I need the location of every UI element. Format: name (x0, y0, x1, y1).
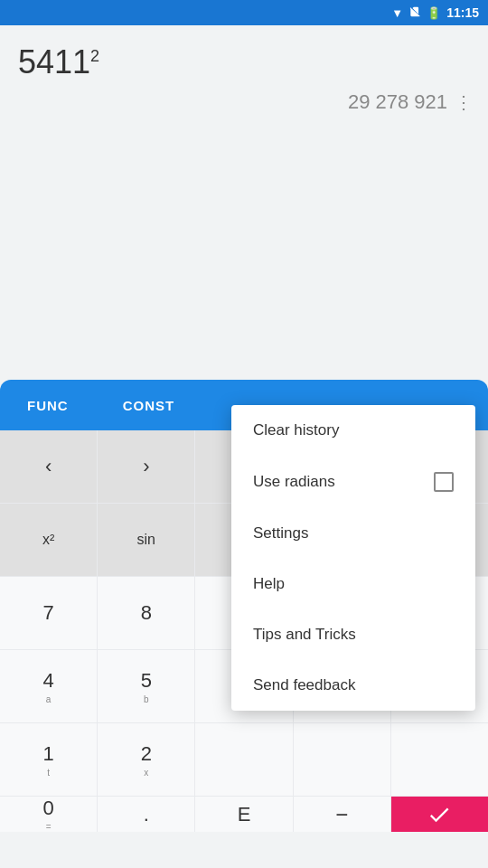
btn-equals[interactable] (391, 797, 488, 832)
menu-send-feedback-label: Send feedback (253, 676, 355, 694)
btn-minus[interactable]: − (294, 797, 390, 832)
sim-off-icon (408, 5, 421, 21)
btn-5[interactable]: 5 b (98, 650, 194, 722)
btn-7[interactable]: 7 (0, 577, 97, 649)
menu-send-feedback[interactable]: Send feedback (231, 660, 475, 711)
expression-value: 5411 (18, 43, 90, 80)
more-options-button[interactable]: ⋮ (455, 91, 474, 113)
btn-0[interactable]: 0 = (0, 797, 97, 832)
sin-btn[interactable]: sin (98, 504, 194, 576)
tab-func[interactable]: FUNC (0, 380, 96, 430)
expression-area: 54112 (0, 25, 488, 86)
use-radians-checkbox[interactable] (434, 472, 454, 492)
menu-settings-label: Settings (253, 524, 308, 542)
menu-clear-history-label: Clear history (253, 421, 339, 439)
menu-use-radians[interactable]: Use radians (231, 456, 475, 508)
exponent-value: 2 (90, 47, 99, 65)
wifi-icon: ▼ (391, 6, 403, 20)
btn-e[interactable]: E (195, 797, 292, 832)
dropdown-menu: Clear history Use radians Settings Help … (231, 405, 475, 711)
tab-const[interactable]: CONST (96, 380, 202, 430)
expression-input: 54112 (18, 43, 470, 81)
forward-btn[interactable]: › (98, 430, 194, 503)
menu-help-label: Help (253, 575, 285, 593)
x2-btn[interactable]: x² (0, 504, 97, 576)
menu-settings[interactable]: Settings (231, 508, 475, 559)
status-bar: ▼ 🔋 11:15 (0, 0, 488, 25)
btn-8[interactable]: 8 (98, 577, 194, 649)
menu-use-radians-label: Use radians (253, 473, 335, 491)
status-time: 11:15 (446, 5, 479, 20)
menu-tips-tricks-label: Tips and Tricks (253, 626, 356, 644)
empty-13 (195, 723, 292, 796)
back-btn[interactable]: ‹ (0, 430, 97, 503)
battery-icon: 🔋 (427, 6, 441, 20)
empty-14 (294, 723, 390, 796)
btn-4[interactable]: 4 a (0, 650, 97, 722)
menu-help[interactable]: Help (231, 559, 475, 609)
empty-15 (391, 723, 488, 796)
btn-dot[interactable]: . (98, 797, 194, 832)
menu-tips-tricks[interactable]: Tips and Tricks (231, 609, 475, 660)
calculator-display: 54112 29 278 921 ⋮ (0, 25, 488, 405)
result-value: 29 278 921 (348, 90, 447, 114)
menu-clear-history[interactable]: Clear history (231, 405, 475, 456)
result-row: 29 278 921 ⋮ (0, 86, 488, 114)
btn-1[interactable]: 1 t (0, 723, 97, 796)
btn-2[interactable]: 2 x (98, 723, 194, 796)
